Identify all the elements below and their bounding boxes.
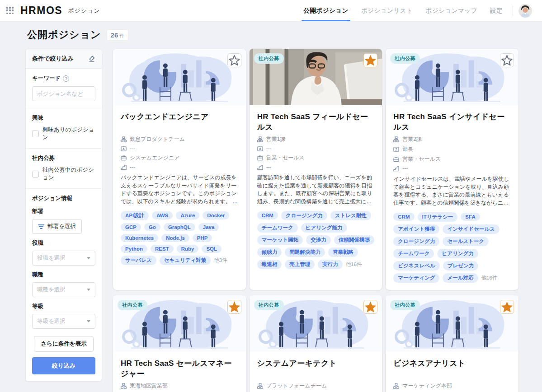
internal-posting-label: 社内公募 — [32, 154, 95, 162]
card-body: バックエンドエンジニア 勤怠プロダクトチーム — [113, 105, 246, 272]
interest-checkbox-row[interactable]: 興味ありのポジション — [32, 126, 95, 141]
skill-tag: PHP — [193, 234, 212, 242]
department-sitemap-icon — [393, 383, 399, 389]
select-department-button[interactable]: 部署を選択 — [32, 219, 82, 234]
skill-tag: マーケット開拓 — [257, 235, 303, 245]
star-filled-icon — [364, 300, 377, 313]
favorite-button[interactable] — [500, 53, 514, 67]
card-body: HR Tech SaaS インサイドセールス 営業2課 — [386, 105, 518, 290]
clear-filters-icon[interactable] — [88, 55, 95, 62]
internal-posting-badge: 社内公募 — [254, 300, 284, 310]
skill-tag: サーバレス — [121, 256, 156, 265]
interest-checkbox-label: 興味ありのポジション — [42, 126, 95, 141]
interest-section: 興味 興味ありのポジション — [26, 108, 102, 149]
skill-tag: チームワーク — [257, 223, 298, 233]
skill-tag: プレゼン力 — [443, 261, 479, 271]
card-title: HR Tech SaaS インサイドセールス — [393, 112, 511, 135]
department-sitemap-icon — [393, 136, 399, 142]
job-type-briefcase-icon — [393, 156, 399, 162]
meta-role-row: 部長 — [393, 145, 511, 153]
skill-tag: Node.js — [161, 234, 189, 242]
card-meta: 東海地区営業部 部長 営業・セールス — [121, 382, 238, 392]
meta-job-type-row: 営業・セールス — [257, 154, 375, 162]
skill-tag: API設計 — [121, 211, 149, 220]
nav-divider — [513, 6, 513, 16]
internal-posting-badge: 社内公募 — [390, 53, 420, 64]
internal-posting-checkbox[interactable] — [32, 171, 39, 177]
position-card[interactable]: 社内公募 ビジネスアナリスト — [386, 295, 518, 392]
show-more-conditions-button[interactable]: さらに条件を表示 — [34, 336, 93, 352]
card-image: 社内公募 — [113, 295, 246, 352]
tab-public-positions[interactable]: 公開ポジション — [297, 0, 355, 21]
card-description: インサイドセールスは、電話やメールを駆使して顧客とコミュニケーションを取り、見込… — [393, 175, 511, 207]
favorite-button[interactable] — [363, 300, 377, 314]
grade-steps-icon — [121, 164, 127, 170]
role-label: 役職 — [32, 239, 95, 247]
card-tags: API設計AWSAzureDockerGCPGoGraphQLJavaKuber… — [121, 211, 238, 265]
internal-posting-badge: 社内公募 — [254, 53, 284, 64]
skill-tag: 営業戦略 — [328, 247, 358, 257]
interest-checkbox[interactable] — [32, 131, 39, 137]
top-nav-menu: 公開ポジション ポジションリスト ポジションマップ 設定 — [297, 0, 532, 21]
tab-position-list[interactable]: ポジションリスト — [355, 0, 419, 21]
skill-tag: Go — [144, 223, 160, 231]
app-grid-icon[interactable] — [6, 7, 14, 14]
filter-header: 条件で絞り込み — [26, 49, 102, 69]
position-info-label: ポジション情報 — [32, 195, 95, 202]
department-sitemap-icon — [121, 136, 127, 142]
meta-grade: --- — [402, 165, 408, 172]
select-department-label: 部署を選択 — [47, 223, 76, 230]
position-card[interactable]: バックエンドエンジニア 勤怠プロダクトチーム — [113, 49, 246, 290]
hrmos-logo: HRMOS — [20, 5, 62, 17]
grade-select[interactable]: 等級を選択 — [32, 314, 95, 329]
meta-department-row: マーケティング本部 — [393, 382, 511, 390]
meta-department: マーケティング本部 — [402, 382, 452, 390]
filter-header-label: 条件で絞り込み — [32, 55, 74, 63]
internal-posting-checkbox-label: 社内公募中のポジション — [42, 166, 95, 182]
meta-department-row: 営業2課 — [393, 135, 511, 143]
skill-tag: CRM — [393, 213, 414, 221]
meta-role: 部長 — [402, 145, 413, 153]
card-title: バックエンドエンジニア — [121, 112, 238, 135]
skill-tag: ヒアリング力 — [437, 249, 478, 258]
role-id-card-icon — [121, 146, 127, 152]
tab-settings[interactable]: 設定 — [484, 0, 509, 21]
user-avatar[interactable] — [518, 4, 532, 18]
card-body: HR Tech SaaS フィールドセールス 営業1課 — [250, 105, 382, 276]
skill-tag: Ruby — [177, 245, 199, 253]
role-select[interactable]: 役職を選択 — [32, 251, 95, 266]
job-type-briefcase-icon — [121, 155, 127, 161]
internal-posting-checkbox-row[interactable]: 社内公募中のポジション — [32, 166, 95, 182]
meta-grade-row: --- — [121, 164, 238, 170]
meta-grade-row: --- — [257, 164, 375, 170]
keyword-input[interactable] — [32, 86, 95, 101]
skill-tag: 実行力 — [318, 260, 343, 269]
main-area: 公開ポジション 26 件 条件で絞り込み キーワード ? — [0, 22, 542, 392]
position-count: 26 — [111, 31, 118, 39]
top-navbar: HRMOS ポジション 公開ポジション ポジションリスト ポジションマップ 設定 — [0, 0, 542, 22]
favorite-button[interactable] — [227, 300, 241, 314]
job-type-select[interactable]: 職種を選択 — [32, 282, 95, 297]
meta-role-row: --- — [121, 145, 238, 152]
chevron-down-icon — [87, 320, 90, 322]
tab-position-map[interactable]: ポジションマップ — [419, 0, 484, 21]
position-info-section: ポジション情報 部署 部署を選択 役職 役職を選択 職種 — [26, 189, 102, 381]
favorite-button[interactable] — [363, 53, 377, 67]
position-card[interactable]: 社内公募 HR Tech SaaS フィールドセールス — [250, 49, 382, 290]
card-title: HR Tech SaaS フィールドセールス — [257, 112, 375, 135]
meta-grade: --- — [130, 164, 135, 170]
meta-department-row: プラットフォームチーム — [257, 382, 375, 390]
position-card[interactable]: 社内公募 HR Tech SaaS セールスマネージャー — [113, 295, 246, 392]
meta-job-type: 営業・セールス — [266, 154, 305, 162]
favorite-button[interactable] — [500, 300, 514, 314]
internal-posting-section: 社内公募 社内公募中のポジション — [26, 149, 102, 189]
job-type-briefcase-icon — [257, 155, 263, 161]
chevron-down-icon — [87, 289, 90, 291]
apply-filter-button[interactable]: 絞り込み — [32, 357, 95, 374]
position-card[interactable]: 社内公募 システムアーキテクト — [250, 295, 382, 392]
card-title: HR Tech SaaS セールスマネージャー — [121, 358, 238, 381]
position-card[interactable]: 社内公募 HR Tech SaaS インサイドセールス — [386, 49, 518, 290]
help-icon[interactable]: ? — [63, 75, 69, 82]
favorite-button[interactable] — [227, 53, 241, 67]
card-title: ビジネスアナリスト — [393, 358, 511, 381]
